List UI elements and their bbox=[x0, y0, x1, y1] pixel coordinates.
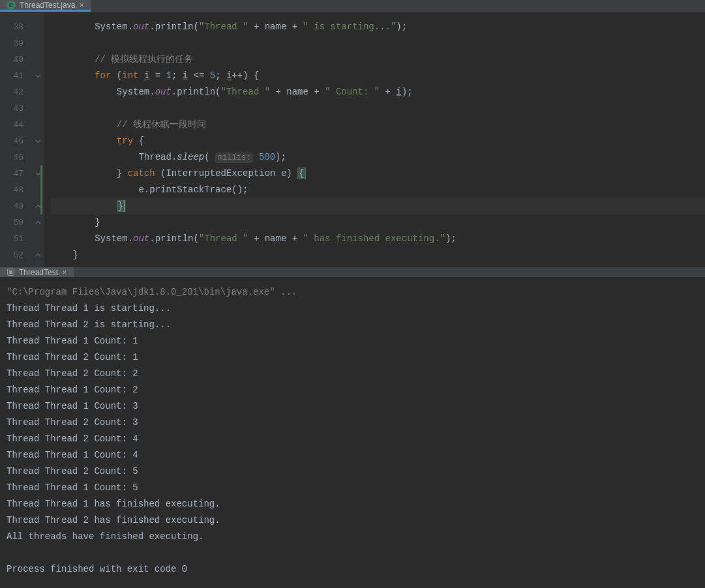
run-tab-label: ThreadTest bbox=[19, 268, 58, 277]
close-icon[interactable]: × bbox=[79, 0, 84, 10]
console-line: Process finished with exit code 0 bbox=[7, 561, 698, 578]
console-line: Thread Thread 1 has finished executing. bbox=[7, 496, 698, 512]
close-icon[interactable]: × bbox=[62, 267, 67, 277]
console-line: Thread Thread 1 Count: 4 bbox=[7, 447, 698, 463]
console-line: Thread Thread 1 Count: 2 bbox=[7, 382, 698, 398]
svg-rect-1 bbox=[9, 271, 12, 274]
console-line: Thread Thread 2 Count: 4 bbox=[7, 431, 698, 447]
console-command: "C:\Program Files\Java\jdk1.8.0_201\bin\… bbox=[7, 284, 698, 301]
run-config-icon bbox=[7, 268, 15, 276]
console-line: Thread Thread 2 Count: 2 bbox=[7, 366, 698, 382]
run-tab-threadtest[interactable]: ThreadTest × bbox=[0, 267, 74, 277]
console-line: Thread Thread 2 Count: 5 bbox=[7, 463, 698, 480]
line-number-gutter: 383940414243444546474849505152 bbox=[0, 12, 31, 267]
console-line: Thread Thread 1 Count: 1 bbox=[7, 333, 698, 349]
console-line: All threads have finished executing. bbox=[7, 529, 698, 545]
console-line bbox=[7, 545, 698, 561]
console-line: Thread Thread 2 Count: 1 bbox=[7, 349, 698, 366]
run-tab-bar: ThreadTest × bbox=[0, 267, 705, 278]
console-line: Thread Thread 1 Count: 3 bbox=[7, 398, 698, 415]
editor-tab-bar: C ThreadTest.java × bbox=[0, 0, 705, 12]
console-line: Thread Thread 2 has finished executing. bbox=[7, 512, 698, 529]
console-output[interactable]: "C:\Program Files\Java\jdk1.8.0_201\bin\… bbox=[0, 278, 705, 588]
console-line: Thread Thread 1 is starting... bbox=[7, 301, 698, 317]
code-content[interactable]: System.out.println("Thread " + name + " … bbox=[44, 12, 705, 267]
console-line: Thread Thread 2 is starting... bbox=[7, 317, 698, 333]
console-line: Thread Thread 2 Count: 3 bbox=[7, 415, 698, 431]
editor-tab-threadtest[interactable]: C ThreadTest.java × bbox=[0, 0, 91, 12]
tab-filename: ThreadTest.java bbox=[20, 1, 75, 10]
fold-gutter bbox=[31, 12, 44, 267]
java-class-icon: C bbox=[7, 1, 16, 10]
console-line: Thread Thread 1 Count: 5 bbox=[7, 480, 698, 496]
code-editor[interactable]: 383940414243444546474849505152 System.ou… bbox=[0, 12, 705, 267]
